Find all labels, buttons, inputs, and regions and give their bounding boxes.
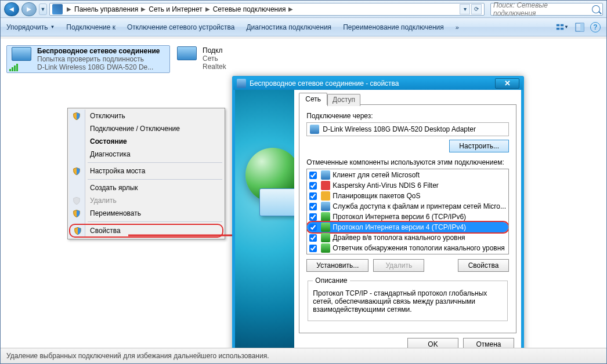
address-bar: ◄ ► ▼ ▶ Панель управления ▶ Сеть и Интер… [1, 1, 606, 18]
connect-to-button[interactable]: Подключение к [66, 23, 115, 31]
breadcrumb-network-internet[interactable]: Сеть и Интернет [147, 5, 203, 13]
view-options-button[interactable]: ▼ [555, 21, 569, 34]
breadcrumb-sep-icon: ▶ [139, 6, 147, 12]
connection-device: Realtek [203, 63, 226, 71]
component-checkbox[interactable] [309, 203, 317, 210]
dialog-titlebar[interactable]: Беспроводное сетевое соединение - свойст… [233, 77, 523, 90]
component-icon [321, 181, 330, 190]
component-icon [321, 243, 330, 253]
connection-item-lan[interactable]: Подкл Сеть Realtek [172, 45, 336, 73]
breadcrumb-sep-icon: ▶ [204, 6, 212, 12]
context-menu: Отключить Подключение / Отключение Состо… [67, 108, 225, 239]
component-properties-button[interactable]: Свойства [458, 259, 509, 272]
component-icon [321, 170, 330, 180]
nav-back-button[interactable]: ◄ [4, 2, 19, 16]
shield-icon [73, 112, 81, 121]
dialog-close-button[interactable]: ✕ [495, 78, 519, 89]
ctx-properties[interactable]: Свойства [69, 224, 223, 238]
rename-connection-button[interactable]: Переименование подключения [343, 23, 444, 31]
connect-via-label: Подключение через: [306, 112, 509, 120]
toolbar-overflow-button[interactable]: » [456, 24, 459, 31]
ctx-bridge[interactable]: Настройка моста [69, 165, 223, 177]
preview-pane-button[interactable] [573, 21, 587, 34]
ctx-create-shortcut[interactable]: Создать ярлык [69, 181, 223, 194]
svg-rect-5 [580, 23, 584, 31]
search-icon [592, 5, 600, 13]
ctx-diagnose[interactable]: Диагностика [69, 148, 223, 161]
search-placeholder: Поиск: Сетевые подключения [493, 1, 592, 17]
ctx-separator [88, 179, 222, 180]
svg-rect-3 [561, 27, 563, 30]
svg-rect-0 [557, 24, 559, 26]
component-checkbox[interactable] [309, 245, 317, 252]
breadcrumb-dropdown-button[interactable]: ▾ [460, 4, 470, 14]
connections-list: Беспроводное сетевое соединение Попытка … [1, 38, 606, 80]
adapter-icon [237, 79, 246, 88]
preview-icon [575, 23, 584, 32]
adapter-icon [310, 125, 319, 134]
dialog-network-panel: Подключение через: D-Link Wireless 108G … [299, 104, 516, 333]
component-icon [321, 191, 330, 201]
status-bar: Удаление выбранных подключений для избеж… [1, 348, 606, 363]
component-checkbox[interactable] [309, 172, 317, 179]
ctx-rename[interactable]: Переименовать [69, 207, 223, 220]
component-checkbox[interactable] [309, 224, 317, 231]
component-icon [321, 202, 330, 211]
ctx-connect-disconnect[interactable]: Подключение / Отключение [69, 122, 223, 135]
svg-rect-2 [557, 27, 559, 30]
svg-rect-1 [561, 24, 563, 26]
breadcrumb-control-panel[interactable]: Панель управления [73, 5, 139, 13]
refresh-button[interactable]: ⟳ [471, 4, 482, 14]
components-listbox[interactable]: Клиент для сетей Microsoft Kaspersky Ant… [306, 169, 509, 254]
component-icon [321, 212, 330, 221]
shield-icon [73, 196, 81, 205]
description-legend: Описание [313, 276, 349, 285]
uninstall-button: Удалить [373, 259, 424, 272]
component-checkbox[interactable] [309, 182, 317, 190]
properties-dialog: Беспроводное сетевое соединение - свойст… [232, 76, 524, 360]
nav-history-dropdown[interactable]: ▼ [39, 3, 47, 15]
status-text: Удаление выбранных подключений для избеж… [6, 352, 269, 360]
breadcrumb-sep-icon: ▶ [287, 6, 295, 12]
connection-item-wireless[interactable]: Беспроводное сетевое соединение Попытка … [6, 45, 170, 73]
ctx-disable[interactable]: Отключить [69, 110, 223, 122]
nav-forward-button[interactable]: ► [21, 2, 37, 16]
wireless-connection-icon [9, 47, 34, 71]
adapter-name: D-Link Wireless 108G DWA-520 Desktop Ada… [323, 125, 476, 133]
component-item-tcpipv4[interactable]: Протокол Интернета версии 4 (TCP/IPv4) [307, 222, 508, 232]
components-label: Отмеченные компоненты используются этим … [306, 158, 509, 166]
configure-button[interactable]: Настроить... [449, 140, 509, 152]
breadcrumb[interactable]: ▶ Панель управления ▶ Сеть и Интернет ▶ … [49, 3, 485, 16]
disable-device-button[interactable]: Отключение сетевого устройства [127, 23, 234, 31]
breadcrumb-network-connections[interactable]: Сетевые подключения [212, 5, 287, 13]
install-button[interactable]: Установить... [306, 259, 368, 272]
command-bar: Упорядочить▼ Подключение к Отключение се… [1, 18, 606, 37]
ctx-delete: Удалить [69, 194, 223, 207]
component-item: Драйвер в/в тополога канального уровня [307, 232, 508, 243]
diagnose-connection-button[interactable]: Диагностика подключения [246, 23, 331, 31]
component-item: Ответчик обнаружения топологии канальног… [307, 243, 508, 253]
search-input[interactable]: Поиск: Сетевые подключения [490, 3, 603, 16]
component-icon [321, 223, 330, 232]
component-checkbox[interactable] [309, 234, 317, 242]
shield-icon [73, 167, 81, 176]
ctx-separator [88, 221, 222, 222]
tab-sharing[interactable]: Доступ [327, 94, 360, 106]
component-checkbox[interactable] [309, 213, 317, 221]
adapter-field: D-Link Wireless 108G DWA-520 Desktop Ada… [306, 122, 509, 136]
shield-icon [73, 209, 81, 218]
description-group: Описание Протокол TCP/IP - стандартный п… [308, 276, 508, 321]
breadcrumb-sep-icon: ▶ [65, 6, 73, 12]
component-item: Планировщик пакетов QoS [307, 191, 508, 201]
component-item: Служба доступа к файлам и принтерам сете… [307, 201, 508, 212]
help-button[interactable]: ? [590, 22, 601, 32]
component-checkbox[interactable] [309, 192, 317, 200]
tab-network[interactable]: Сеть [299, 93, 327, 105]
location-icon [52, 4, 63, 14]
component-item: Протокол Интернета версии 6 (TCP/IPv6) [307, 212, 508, 222]
component-icon [321, 233, 330, 242]
component-item: Клиент для сетей Microsoft [307, 170, 508, 180]
ctx-status[interactable]: Состояние [69, 135, 223, 148]
organize-menu[interactable]: Упорядочить▼ [6, 23, 55, 31]
content-pane: Беспроводное сетевое соединение Попытка … [1, 38, 606, 347]
